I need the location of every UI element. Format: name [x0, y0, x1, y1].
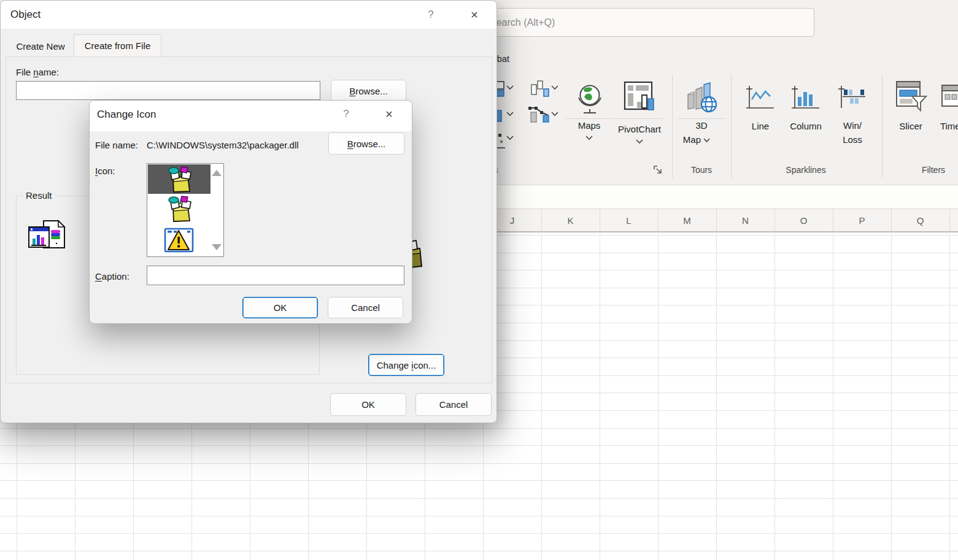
chevron-down-icon[interactable]: [551, 85, 558, 90]
winloss-sparkline-button-line2[interactable]: Loss: [834, 134, 871, 145]
caption-input[interactable]: [147, 266, 404, 285]
pivotchart-button[interactable]: PivotChart: [614, 124, 665, 134]
browse-button[interactable]: Browse...: [328, 132, 404, 155]
object-dialog-title: Object: [10, 9, 41, 21]
help-icon: ?: [428, 9, 433, 21]
file-name-label: File name:: [95, 140, 138, 150]
maps-icon[interactable]: [574, 82, 605, 117]
charts-dialog-launcher-icon[interactable]: [653, 165, 664, 176]
change-icon-title: Change Icon: [97, 109, 156, 121]
file-path-text: C:\WINDOWS\system32\packager.dll: [147, 140, 299, 150]
chevron-down-icon[interactable]: [506, 136, 514, 140]
icon-option-package-selected[interactable]: [148, 164, 211, 194]
package-icon: [166, 166, 193, 193]
close-icon: ✕: [470, 9, 478, 21]
close-button[interactable]: ✕: [465, 7, 484, 22]
icon-listbox[interactable]: [147, 163, 224, 257]
column-sparkline-button[interactable]: Column: [787, 121, 824, 131]
icon-label: Icon:: [95, 166, 115, 176]
group-separator: [672, 75, 673, 178]
result-label: Result: [23, 190, 55, 201]
close-button[interactable]: ✕: [380, 107, 398, 121]
timeline-icon[interactable]: [941, 80, 958, 112]
split-button-divider: [565, 118, 613, 119]
stock-chart-icon[interactable]: [529, 80, 551, 98]
slicer-icon[interactable]: [895, 80, 927, 112]
split-button-divider: [678, 118, 725, 119]
chevron-down-icon[interactable]: [551, 112, 558, 117]
chevron-down-icon: [703, 138, 710, 143]
warning-icon: [164, 226, 195, 253]
line-sparkline-button[interactable]: Line: [742, 121, 779, 131]
column-header-m[interactable]: M: [658, 209, 716, 231]
tab-create-new[interactable]: Create New: [8, 36, 73, 56]
pivotchart-icon[interactable]: [624, 81, 655, 115]
scroll-up-arrow[interactable]: [212, 170, 222, 176]
waterfall-chart-icon[interactable]: [528, 104, 551, 124]
line-sparkline-icon[interactable]: [745, 85, 776, 110]
scroll-down-arrow[interactable]: [212, 244, 222, 250]
file-name-input[interactable]: [16, 81, 320, 100]
column-header-q[interactable]: Q: [891, 209, 949, 231]
help-button[interactable]: ?: [422, 7, 440, 22]
help-button[interactable]: ?: [337, 107, 355, 121]
excel-window: Search (Alt+Q) Acrobat Maps: [0, 0, 958, 560]
tab-create-from-file[interactable]: Create from File: [74, 34, 161, 56]
winloss-sparkline-icon[interactable]: [837, 85, 868, 110]
chevron-down-icon[interactable]: [585, 136, 593, 140]
package-icon: [166, 195, 193, 222]
close-icon: ✕: [385, 109, 393, 120]
caption-label: Caption:: [95, 271, 129, 282]
column-header-k[interactable]: K: [541, 209, 600, 231]
column-header-p[interactable]: P: [833, 209, 891, 231]
3d-map-icon[interactable]: [686, 81, 719, 115]
chevron-down-icon[interactable]: [506, 112, 514, 117]
group-separator: [731, 75, 732, 178]
chevron-down-icon[interactable]: [636, 139, 643, 144]
3d-map-label: Map: [683, 134, 701, 145]
icon-option-warning[interactable]: [148, 224, 211, 255]
winloss-sparkline-button[interactable]: Win/: [834, 120, 871, 131]
group-separator: [882, 75, 883, 178]
help-icon: ?: [343, 108, 349, 120]
column-header-o[interactable]: O: [775, 209, 833, 231]
timeline-button[interactable]: Timeline: [938, 121, 958, 131]
change-icon-button[interactable]: Change icon...: [368, 354, 444, 376]
3d-map-button-line2[interactable]: Map: [675, 134, 718, 145]
maps-button[interactable]: Maps: [565, 120, 614, 131]
column-header-n[interactable]: N: [716, 209, 775, 231]
ole-object-result-icon: [28, 220, 67, 253]
browse-button[interactable]: Browse...: [331, 80, 406, 102]
ok-button[interactable]: OK: [330, 393, 406, 416]
cancel-button[interactable]: Cancel: [328, 297, 403, 318]
filters-group-label: Filters: [915, 165, 952, 175]
sparklines-group-label: Sparklines: [781, 165, 830, 175]
cancel-button[interactable]: Cancel: [415, 393, 492, 416]
split-button-divider: [615, 118, 664, 119]
chevron-down-icon[interactable]: [506, 85, 514, 90]
3d-map-button[interactable]: 3D: [682, 120, 720, 131]
file-name-label: File name:: [16, 67, 59, 77]
tours-group-label: Tours: [682, 165, 720, 175]
icon-option-package[interactable]: [148, 194, 211, 223]
column-header-l[interactable]: L: [600, 209, 658, 231]
ok-button[interactable]: OK: [242, 297, 318, 318]
change-icon-dialog: Change Icon ? ✕ File name: C:\WINDOWS\sy…: [89, 100, 412, 324]
slicer-button[interactable]: Slicer: [892, 121, 929, 131]
column-sparkline-icon[interactable]: [790, 85, 821, 110]
